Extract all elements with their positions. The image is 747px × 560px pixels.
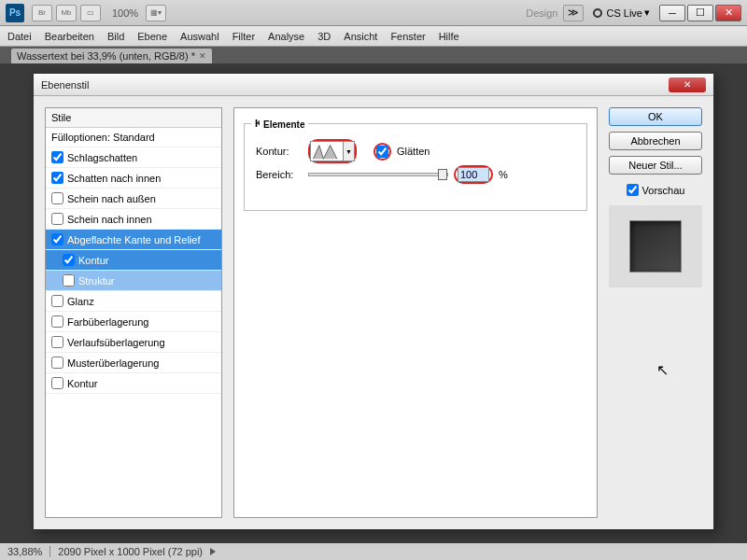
status-play-icon[interactable] <box>210 548 216 555</box>
kontur-label: Kontur: <box>256 146 303 157</box>
style-row-struktur[interactable]: Struktur <box>46 271 221 291</box>
layer-style-dialog: Ebenenstil ✕ Stile Fülloptionen: Standar… <box>33 73 714 530</box>
cursor-icon: ↖ <box>656 361 669 379</box>
contour-picker[interactable] <box>310 141 344 161</box>
blend-options-row[interactable]: Fülloptionen: Standard <box>46 128 221 147</box>
style-label: Schein nach außen <box>67 193 156 204</box>
document-tab[interactable]: Wassertext bei 33,9% (unten, RGB/8) *✕ <box>11 49 212 63</box>
status-info[interactable]: 2090 Pixel x 1000 Pixel (72 ppi) <box>58 546 203 557</box>
style-label: Farbüberlagerung <box>67 316 148 328</box>
styles-list: Stile Fülloptionen: Standard Schlagschat… <box>45 107 222 518</box>
menu-bild[interactable]: Bild <box>107 31 124 42</box>
ok-button[interactable]: OK <box>609 107 702 126</box>
screen-mode-icon[interactable]: ▭ <box>80 5 101 21</box>
style-label: Verlaufsüberlagerung <box>67 337 165 348</box>
bridge-icon[interactable]: Br <box>32 5 52 21</box>
menu-3d[interactable]: 3D <box>317 31 331 42</box>
menu-analyse[interactable]: Analyse <box>268 31 304 42</box>
style-row-schatten-nach-innen[interactable]: Schatten nach innen <box>46 168 221 189</box>
style-checkbox[interactable] <box>63 274 75 287</box>
style-label: Abgeflachte Kante und Relief <box>67 234 201 245</box>
menu-ansicht[interactable]: Ansicht <box>344 31 377 42</box>
workspace-arrow-icon[interactable]: ≫ <box>563 5 584 21</box>
style-checkbox[interactable] <box>51 172 63 184</box>
style-label: Musterüberlagerung <box>67 357 159 369</box>
style-checkbox[interactable] <box>51 336 63 348</box>
style-row-schlagschatten[interactable]: Schlagschatten <box>46 147 221 168</box>
elements-label: Elemente <box>260 119 308 130</box>
style-row-kontur[interactable]: Kontur <box>46 373 221 394</box>
app-logo: Ps <box>6 4 24 22</box>
app-toolbar: Ps Br Mb ▭ 100% ▦▾ Design ≫ CS Live▾ ─ ☐… <box>0 0 747 26</box>
smooth-checkbox[interactable] <box>376 146 388 158</box>
arrange-icon[interactable]: ▦▾ <box>146 5 166 21</box>
style-row-schein-nach-au-en[interactable]: Schein nach außen <box>46 189 221 209</box>
style-row-abgeflachte-kante-und-relief[interactable]: Abgeflachte Kante und Relief <box>46 230 221 250</box>
style-label: Glanz <box>67 296 94 307</box>
menu-bearbeiten[interactable]: Bearbeiten <box>45 31 94 42</box>
cancel-button[interactable]: Abbrechen <box>609 132 702 150</box>
preview-checkbox[interactable] <box>627 184 639 196</box>
style-row-verlaufs-berlagerung[interactable]: Verlaufsüberlagerung <box>46 332 221 353</box>
preview-label: Vorschau <box>642 185 685 196</box>
contour-dropdown[interactable]: ▼ <box>344 141 355 161</box>
range-input[interactable] <box>458 167 489 182</box>
style-checkbox[interactable] <box>51 233 63 245</box>
style-row-kontur[interactable]: Kontur <box>46 250 221 271</box>
menu-bar: Datei Bearbeiten Bild Ebene Auswahl Filt… <box>0 26 747 47</box>
style-checkbox[interactable] <box>63 254 75 266</box>
close-tab-icon[interactable]: ✕ <box>199 51 206 61</box>
preview-swatch <box>629 220 682 273</box>
style-checkbox[interactable] <box>51 295 63 307</box>
range-slider[interactable] <box>308 173 448 176</box>
maximize-button[interactable]: ☐ <box>687 5 713 21</box>
menu-auswahl[interactable]: Auswahl <box>180 31 219 42</box>
close-button[interactable]: ✕ <box>715 5 741 21</box>
workspace-label[interactable]: Design <box>526 7 557 19</box>
style-label: Schatten nach innen <box>67 173 161 184</box>
dialog-titlebar[interactable]: Ebenenstil ✕ <box>34 74 713 96</box>
style-label: Struktur <box>78 275 115 287</box>
menu-filter[interactable]: Filter <box>233 31 255 42</box>
dialog-buttons: OK Abbrechen Neuer Stil... Vorschau ↖ <box>609 107 702 518</box>
styles-header[interactable]: Stile <box>46 108 221 128</box>
dialog-close-button[interactable]: ✕ <box>669 77 706 92</box>
style-row-farb-berlagerung[interactable]: Farbüberlagerung <box>46 312 221 332</box>
document-tabs: Wassertext bei 33,9% (unten, RGB/8) *✕ <box>0 47 747 63</box>
menu-fenster[interactable]: Fenster <box>390 31 425 42</box>
style-row-glanz[interactable]: Glanz <box>46 291 221 312</box>
new-style-button[interactable]: Neuer Stil... <box>609 156 702 175</box>
menu-datei[interactable]: Datei <box>7 31 32 42</box>
style-label: Schein nach innen <box>67 214 152 225</box>
zoom-label[interactable]: 100% <box>112 7 138 19</box>
style-checkbox[interactable] <box>51 213 63 225</box>
slider-thumb[interactable] <box>438 169 447 180</box>
cslive-button[interactable]: CS Live▾ <box>593 7 650 19</box>
percent-label: % <box>499 169 508 180</box>
status-zoom[interactable]: 33,88% <box>7 546 42 557</box>
minibridge-icon[interactable]: Mb <box>56 5 77 21</box>
dialog-title: Ebenenstil <box>41 79 669 91</box>
style-row-schein-nach-innen[interactable]: Schein nach innen <box>46 209 221 230</box>
style-checkbox[interactable] <box>51 315 63 328</box>
style-checkbox[interactable] <box>51 192 63 204</box>
style-checkbox[interactable] <box>51 357 63 369</box>
settings-panel: Kontur Elemente Kontur: ▼ Glätten <box>233 107 598 518</box>
menu-ebene[interactable]: Ebene <box>137 31 167 42</box>
range-label: Bereich: <box>256 169 303 180</box>
style-checkbox[interactable] <box>51 151 63 163</box>
style-label: Kontur <box>67 378 97 389</box>
minimize-button[interactable]: ─ <box>659 5 685 21</box>
cslive-icon <box>593 8 602 18</box>
status-bar: 33,88% 2090 Pixel x 1000 Pixel (72 ppi) <box>0 543 747 560</box>
smooth-label: Glätten <box>397 146 430 157</box>
style-row-muster-berlagerung[interactable]: Musterüberlagerung <box>46 353 221 373</box>
style-checkbox[interactable] <box>51 377 63 389</box>
menu-hilfe[interactable]: Hilfe <box>439 31 459 42</box>
style-label: Kontur <box>78 255 108 266</box>
style-label: Schlagschatten <box>67 152 137 163</box>
